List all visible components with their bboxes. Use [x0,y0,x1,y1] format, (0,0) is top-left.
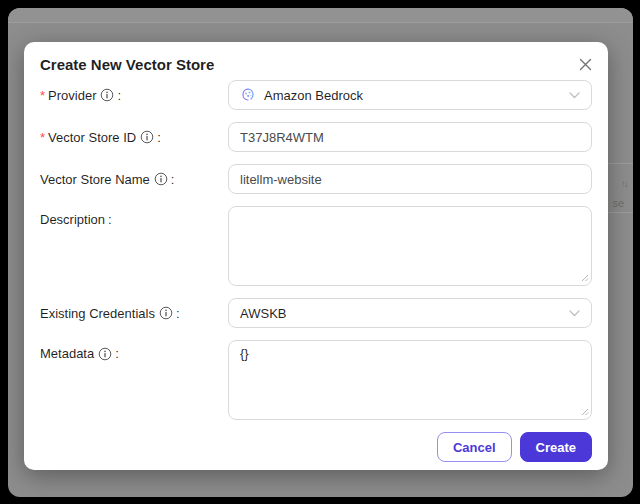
dimmed-table-row-divider [607,163,633,164]
dimmed-partial-text: se [612,197,624,209]
required-mark: * [40,88,45,103]
form-row-metadata: Metadata : {} [40,340,592,420]
info-icon[interactable] [100,88,114,102]
existing-credentials-select-value: AWSKB [240,306,561,321]
resize-handle-icon[interactable] [581,408,589,416]
modal-title: Create New Vector Store [40,56,592,74]
metadata-label: Metadata [40,346,94,361]
description-textarea[interactable] [228,206,592,286]
provider-label: Provider [48,88,96,103]
close-icon [579,58,592,74]
dimmed-page-header [8,8,633,23]
resize-handle-icon[interactable] [581,274,589,282]
provider-select-value: Amazon Bedrock [264,88,561,103]
cancel-button[interactable]: Cancel [437,432,512,462]
vector-store-name-input[interactable] [228,164,592,194]
form-row-description: Description : [40,206,592,286]
form-row-provider: * Provider : [40,80,592,110]
modal-header: Create New Vector Store [40,56,592,74]
vector-store-id-input[interactable] [228,122,592,152]
close-button[interactable] [574,55,596,77]
sort-icon: ↑↓ [621,178,627,189]
metadata-textarea[interactable]: {} [228,340,592,420]
info-icon[interactable] [154,172,168,186]
required-mark: * [40,130,45,145]
modal-footer: Cancel Create [40,432,592,462]
vector-store-id-label: Vector Store ID [48,130,136,145]
dimmed-table-row-divider [607,212,633,213]
info-icon[interactable] [98,347,112,361]
info-icon[interactable] [140,130,154,144]
info-icon[interactable] [159,306,173,320]
app-window: ↑↓ se Create New Vector Store * Provider… [8,8,633,497]
form-row-existing-credentials: Existing Credentials : AWSKB [40,298,592,328]
create-vector-store-modal: Create New Vector Store * Provider : [24,42,608,470]
description-label: Description [40,212,105,227]
provider-select[interactable]: Amazon Bedrock [228,80,592,110]
amazon-bedrock-logo-icon [240,87,256,103]
form-row-vector-store-id: * Vector Store ID : [40,122,592,152]
existing-credentials-label: Existing Credentials [40,306,155,321]
chevron-down-icon [569,92,580,99]
existing-credentials-select[interactable]: AWSKB [228,298,592,328]
form-row-vector-store-name: Vector Store Name : [40,164,592,194]
vector-store-name-label: Vector Store Name [40,172,150,187]
chevron-down-icon [569,310,580,317]
create-button[interactable]: Create [520,432,592,462]
